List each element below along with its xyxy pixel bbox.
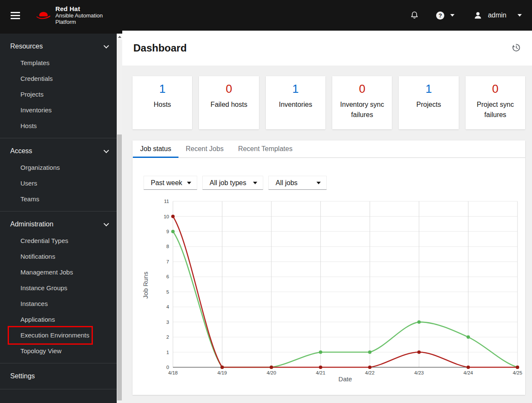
page-title: Dashboard <box>133 42 187 54</box>
chevron-down-icon <box>104 148 109 153</box>
sidebar-item-projects[interactable]: Projects <box>0 86 117 102</box>
summary-card-projects[interactable]: 1Projects <box>399 76 458 129</box>
sidebar-group-settings[interactable]: Settings <box>0 368 117 385</box>
username-label: admin <box>488 11 506 19</box>
card-label: Inventories <box>266 100 325 110</box>
sidebar-item-topology-view[interactable]: Topology View <box>0 343 117 359</box>
summary-card-project-sync-failures[interactable]: 0Project sync failures <box>466 76 525 129</box>
sidebar-divider <box>0 363 117 363</box>
summary-card-inventories[interactable]: 1Inventories <box>266 76 325 129</box>
period-select[interactable]: Past week <box>144 176 197 190</box>
series-line-successful <box>173 232 518 367</box>
scrollbar-thumb[interactable] <box>117 134 122 400</box>
sidebar-item-applications[interactable]: Applications <box>0 312 117 327</box>
help-menu-button[interactable]: ? <box>435 11 454 20</box>
sidebar-item-users[interactable]: Users <box>0 175 117 191</box>
sidebar-group-label: Access <box>10 147 32 155</box>
y-tick-label: 7 <box>167 259 169 264</box>
data-point-failed <box>319 366 322 369</box>
y-tick-label: 1 <box>167 350 169 355</box>
user-icon <box>473 11 483 20</box>
y-tick-label: 6 <box>167 274 169 279</box>
x-tick-label: 4/22 <box>365 370 374 375</box>
card-value: 0 <box>466 82 525 97</box>
tab-job-status[interactable]: Job status <box>133 140 178 157</box>
chevron-down-icon <box>104 221 109 226</box>
data-point-failed <box>466 366 470 369</box>
sidebar-item-instance-groups[interactable]: Instance Groups <box>0 280 117 296</box>
job-type-select[interactable]: All job types <box>202 176 263 190</box>
sidebar-item-templates[interactable]: Templates <box>0 55 117 71</box>
select-value: Past week <box>151 179 182 187</box>
user-menu-button[interactable]: admin <box>473 11 522 20</box>
card-value: 0 <box>332 82 392 97</box>
sidebar-item-inventories[interactable]: Inventories <box>0 102 117 118</box>
sidebar-divider <box>0 138 117 138</box>
data-point-failed <box>368 366 371 369</box>
brand-line2: Ansible Automation <box>55 13 103 19</box>
card-value: 0 <box>199 82 259 97</box>
sidebar-item-credentials[interactable]: Credentials <box>0 71 117 86</box>
data-point-successful <box>171 230 175 233</box>
y-tick-label: 10 <box>164 214 169 219</box>
job-filter-select[interactable]: All jobs <box>268 176 327 190</box>
x-tick-label: 4/25 <box>513 370 522 375</box>
y-tick-label: 5 <box>167 289 169 294</box>
redhat-fedora-icon <box>36 10 51 21</box>
dashboard-body: 1Hosts0Failed hosts1Inventories0Inventor… <box>122 66 532 403</box>
panel-body: Past weekAll job typesAll jobs 012345678… <box>132 158 525 386</box>
svg-text:?: ? <box>439 12 442 19</box>
sidebar-group-administration[interactable]: Administration <box>0 216 117 233</box>
y-tick-label: 4 <box>167 304 170 309</box>
y-axis-title: Job Runs <box>142 272 149 298</box>
chevron-down-icon <box>187 182 191 184</box>
refresh-history-button[interactable] <box>512 43 521 54</box>
summary-card-inventory-sync-failures[interactable]: 0Inventory sync failures <box>332 76 392 129</box>
sidebar-item-notifications[interactable]: Notifications <box>0 249 117 264</box>
data-point-failed <box>171 215 175 218</box>
sidebar-item-organizations[interactable]: Organizations <box>0 160 117 175</box>
scrollbar-up-button[interactable] <box>117 34 122 40</box>
select-value: All jobs <box>276 179 298 187</box>
x-tick-label: 4/18 <box>168 370 178 375</box>
data-point-failed <box>270 366 273 369</box>
data-point-successful <box>368 351 371 354</box>
data-point-successful <box>319 351 322 354</box>
sidebar-item-credential-types[interactable]: Credential Types <box>0 233 117 249</box>
execution-environments-highlight-box <box>8 326 93 345</box>
chevron-down-icon <box>253 182 257 184</box>
sidebar-item-instances[interactable]: Instances <box>0 296 117 312</box>
sidebar-group-label: Settings <box>10 372 35 380</box>
app-header: Red Hat Ansible Automation Platform ? ad… <box>0 0 532 34</box>
sidebar-divider <box>0 389 117 389</box>
card-value: 1 <box>132 82 192 97</box>
data-point-failed <box>516 366 519 369</box>
chevron-down-icon <box>450 14 454 17</box>
card-label: Failed hosts <box>199 100 259 110</box>
sidebar-item-teams[interactable]: Teams <box>0 191 117 207</box>
x-tick-label: 4/23 <box>414 370 424 375</box>
menu-toggle-button[interactable] <box>7 7 24 24</box>
sidebar-item-hosts[interactable]: Hosts <box>0 118 117 134</box>
job-runs-chart: 012345678910114/184/194/204/214/224/234/… <box>132 195 525 386</box>
bell-icon <box>410 11 419 20</box>
notifications-button[interactable] <box>410 11 419 20</box>
summary-card-failed-hosts[interactable]: 0Failed hosts <box>199 76 259 129</box>
sidebar-item-execution-environments[interactable]: Execution Environments <box>0 327 117 343</box>
sidebar-group-resources[interactable]: Resources <box>0 38 117 55</box>
y-tick-label: 8 <box>167 244 169 249</box>
tab-recent-jobs[interactable]: Recent Jobs <box>178 140 231 157</box>
page-header: Dashboard <box>122 31 532 66</box>
tab-recent-templates[interactable]: Recent Templates <box>231 140 300 157</box>
sidebar-scrollbar[interactable] <box>117 34 122 403</box>
chevron-down-icon <box>518 14 522 17</box>
summary-card-hosts[interactable]: 1Hosts <box>132 76 192 129</box>
sidebar-group-label: Resources <box>10 43 43 50</box>
sidebar-group-access[interactable]: Access <box>0 143 117 160</box>
select-value: All job types <box>210 179 246 187</box>
card-label: Projects <box>399 100 458 110</box>
sidebar-item-management-jobs[interactable]: Management Jobs <box>0 264 117 280</box>
x-tick-label: 4/19 <box>217 370 227 375</box>
y-tick-label: 2 <box>167 334 169 340</box>
main-content: Dashboard 1Hosts0Failed hosts1Inventorie… <box>122 31 532 403</box>
